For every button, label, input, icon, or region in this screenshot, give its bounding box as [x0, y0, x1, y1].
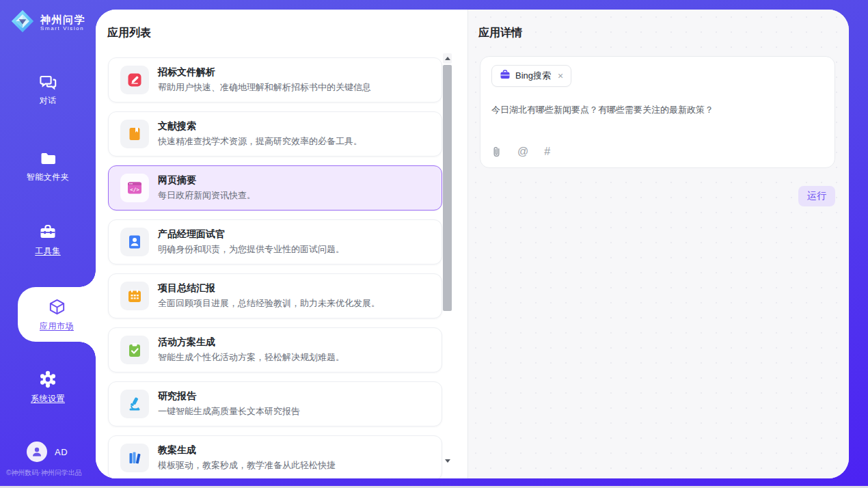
- cube-icon: [47, 297, 67, 317]
- sidebar-item-label: 智能文件夹: [27, 172, 70, 183]
- sidebar-item-label: 工具集: [35, 245, 61, 257]
- interview-icon: [120, 228, 149, 256]
- app-card-title: 文献搜索: [158, 120, 362, 133]
- book-icon: [120, 120, 149, 148]
- app-card-desc: 每日政府新闻资讯快查。: [158, 189, 256, 202]
- app-card-desc: 模板驱动，教案秒成，教学准备从此轻松快捷: [158, 459, 336, 472]
- app-card-title: 产品经理面试官: [158, 228, 344, 241]
- brand-subtitle: Smart Vision: [40, 25, 85, 31]
- app-list-panel: 应用列表 招标文件解析帮助用户快速、准确地理解和解析招标书中的关键信息文献搜索快…: [96, 10, 468, 478]
- app-card-desc: 帮助用户快速、准确地理解和解析招标书中的关键信息: [158, 81, 371, 94]
- sidebar: 神州问学 Smart Vision 对话智能文件夹工具集应用市场系统设置 AD …: [0, 0, 96, 488]
- app-card-desc: 明确身份和职责，为您提供专业性的面试问题。: [158, 243, 344, 256]
- user-name: AD: [55, 447, 68, 457]
- sidebar-item-chat[interactable]: 对话: [0, 73, 96, 107]
- app-card-desc: 快速精准查找学术资源，提高研究效率的必备工具。: [158, 135, 362, 148]
- clipboard-check-icon: [120, 336, 149, 364]
- brand-logo: 神州问学 Smart Vision: [10, 9, 85, 36]
- app-card-title: 教案生成: [158, 444, 336, 457]
- microscope-icon: [120, 390, 149, 418]
- scrollbar-thumb[interactable]: [443, 65, 452, 311]
- app-card-desc: 智能生成个性化活动方案，轻松解决规划难题。: [158, 351, 344, 364]
- scroll-down-button[interactable]: [443, 456, 452, 465]
- app-card-desc: 一键智能生成高质量长文本研究报告: [158, 405, 300, 418]
- app-card-desc: 全面回顾项目进展，总结经验教训，助力未来优化发展。: [158, 297, 380, 310]
- app-card-project-summary[interactable]: 项目总结汇报全面回顾项目进展，总结经验教训，助力未来优化发展。: [108, 273, 442, 318]
- app-card-activity-plan[interactable]: 活动方案生成智能生成个性化活动方案，轻松解决规划难题。: [108, 327, 442, 372]
- app-list-title: 应用列表: [107, 26, 151, 40]
- app-list: 招标文件解析帮助用户快速、准确地理解和解析招标书中的关键信息文献搜索快速精准查找…: [108, 57, 442, 478]
- tool-chip-label: Bing搜索: [515, 70, 551, 82]
- app-card-title: 项目总结汇报: [158, 282, 380, 295]
- app-card-title: 网页摘要: [158, 174, 256, 187]
- tool-chip-bing-search[interactable]: Bing搜索 ×: [491, 65, 571, 87]
- app-detail-title: 应用详情: [478, 26, 522, 40]
- app-card-lesson-plan[interactable]: 教案生成模板驱动，教案秒成，教学准备从此轻松快捷: [108, 435, 442, 478]
- content-shell: 应用列表 招标文件解析帮助用户快速、准确地理解和解析招标书中的关键信息文献搜索快…: [96, 10, 849, 478]
- copyright-footer: ©神州数码·神州问学出品: [6, 468, 82, 478]
- scroll-up-button[interactable]: [443, 53, 452, 64]
- browser-code-icon: </>: [120, 174, 149, 202]
- prompt-text[interactable]: 今日湖北有哪些新闻要点？有哪些需要关注的最新政策？: [491, 104, 824, 116]
- app-card-web-summary[interactable]: </>网页摘要每日政府新闻资讯快查。: [108, 165, 442, 211]
- sidebar-item-label: 应用市场: [40, 321, 74, 332]
- app-card-title: 研究报告: [158, 390, 300, 403]
- list-scrollbar[interactable]: [443, 53, 452, 465]
- sidebar-item-smart-folder[interactable]: 智能文件夹: [0, 150, 96, 183]
- person-icon: [31, 446, 43, 458]
- app-card-tender-parse[interactable]: 招标文件解析帮助用户快速、准确地理解和解析招标书中的关键信息: [108, 57, 442, 103]
- sidebar-item-app-market[interactable]: 应用市场: [18, 287, 96, 342]
- app-card-title: 招标文件解析: [158, 66, 371, 79]
- sidebar-item-label: 系统设置: [31, 393, 65, 405]
- run-button[interactable]: 运行: [798, 186, 835, 206]
- prompt-card: Bing搜索 × 今日湖北有哪些新闻要点？有哪些需要关注的最新政策？ @ #: [480, 56, 835, 168]
- app-card-literature-search[interactable]: 文献搜索快速精准查找学术资源，提高研究效率的必备工具。: [108, 111, 442, 157]
- app-card-research-report[interactable]: 研究报告一键智能生成高质量长文本研究报告: [108, 381, 442, 426]
- app-card-pm-interviewer[interactable]: 产品经理面试官明确身份和职责，为您提供专业性的面试问题。: [108, 219, 442, 265]
- at-mention-icon[interactable]: @: [517, 146, 528, 157]
- app-card-title: 活动方案生成: [158, 336, 344, 349]
- edit-doc-icon: [120, 66, 149, 94]
- toolbox-icon: [38, 223, 57, 241]
- chat-icon: [39, 73, 57, 91]
- avatar: [27, 442, 47, 462]
- paperclip-icon[interactable]: [491, 146, 502, 158]
- chip-close-icon[interactable]: ×: [558, 71, 563, 81]
- diamond-logo-icon: [10, 9, 35, 36]
- sidebar-item-toolset[interactable]: 工具集: [0, 223, 96, 257]
- sidebar-item-label: 对话: [40, 95, 57, 107]
- user-row[interactable]: AD: [27, 442, 68, 462]
- briefcase-icon: [500, 69, 511, 83]
- calendar-icon: [120, 282, 149, 310]
- folder-icon: [39, 150, 57, 167]
- svg-text:</>: </>: [130, 187, 139, 193]
- hash-icon[interactable]: #: [544, 146, 550, 157]
- gear-icon: [38, 370, 57, 389]
- books-icon: [120, 444, 149, 472]
- sidebar-item-settings[interactable]: 系统设置: [0, 370, 96, 405]
- attachment-toolbar: @ #: [491, 146, 824, 158]
- brand-name: 神州问学: [40, 14, 85, 25]
- app-detail-panel: 应用详情 Bing搜索 × 今日湖北有哪些新闻要点？有哪些需要关注的最新政策？: [468, 10, 849, 478]
